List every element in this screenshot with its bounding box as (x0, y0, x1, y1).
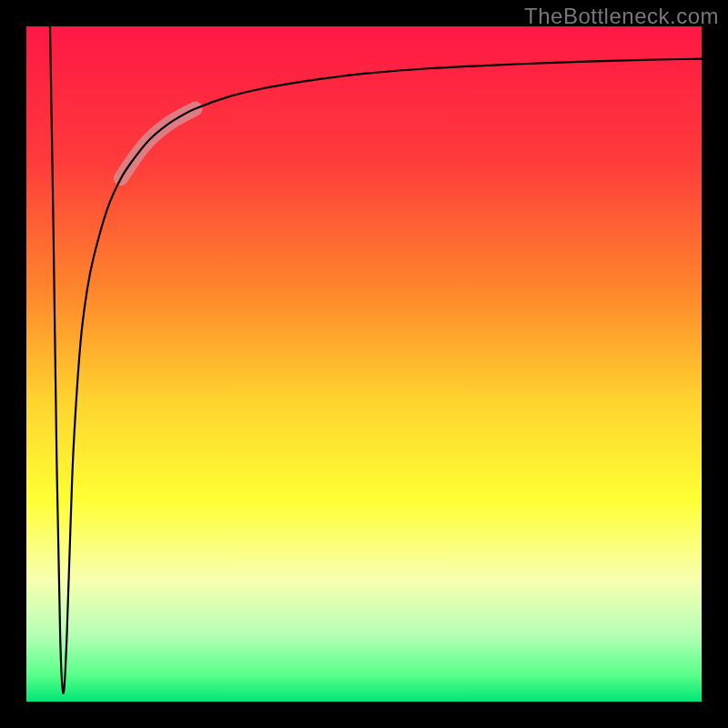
watermark-text: TheBottleneck.com (524, 4, 719, 29)
frame-bottom (0, 702, 728, 728)
frame-left (0, 0, 26, 728)
chart-container: TheBottleneck.com (0, 0, 728, 728)
bottleneck-chart (0, 0, 728, 728)
frame-right (702, 0, 728, 728)
plot-background (26, 26, 702, 702)
